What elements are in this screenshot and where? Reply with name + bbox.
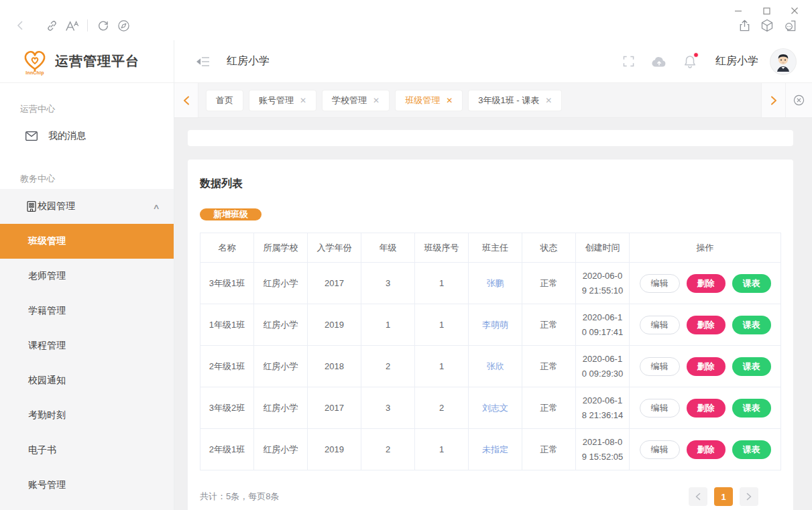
- cell-year: 2019: [308, 304, 361, 346]
- timetable-button[interactable]: 课表: [732, 316, 771, 334]
- page-button-1[interactable]: 1: [714, 487, 733, 506]
- timetable-button[interactable]: 课表: [732, 399, 771, 418]
- teacher-link[interactable]: 李萌萌: [482, 320, 508, 330]
- delete-button[interactable]: 删除: [687, 274, 726, 293]
- heart-logo-icon: InnChip: [20, 48, 50, 75]
- table-header-row: 名称所属学校入学年份年级班级序号班主任状态创建时间操作: [200, 233, 781, 263]
- back-icon[interactable]: [11, 15, 31, 36]
- prev-page-icon[interactable]: [689, 487, 707, 506]
- delete-button[interactable]: 删除: [687, 399, 726, 418]
- cell-school: 红房小学: [254, 429, 308, 470]
- contact-window-icon[interactable]: [780, 15, 800, 36]
- tab-学校管理[interactable]: 学校管理✕: [323, 90, 389, 111]
- collapse-sidebar-icon[interactable]: [193, 52, 213, 72]
- filter-card: [188, 130, 793, 146]
- row-actions: 编辑删除课表: [630, 316, 780, 334]
- sidebar-subitem-老师管理[interactable]: 老师管理: [0, 259, 174, 294]
- tabs-area: 首页账号管理✕学校管理✕班级管理✕3年级1班 - 课表✕: [198, 83, 761, 117]
- tab-close-icon[interactable]: ✕: [545, 96, 552, 105]
- cube-icon[interactable]: [757, 15, 777, 36]
- next-page-icon[interactable]: [740, 487, 758, 506]
- app-window: InnChip 运营管理平台 运营中心 我的消息 教务中心: [0, 0, 812, 510]
- user-name[interactable]: 红房小学: [715, 54, 758, 68]
- campus-submenu: 班级管理老师管理学籍管理课程管理校园通知考勤时刻电子书账号管理: [0, 224, 174, 503]
- column-header-班主任: 班主任: [469, 233, 522, 263]
- delete-button[interactable]: 删除: [687, 316, 726, 334]
- sidebar-item-campus-management[interactable]: 校园管理 ∧: [0, 189, 174, 224]
- fullscreen-icon[interactable]: [620, 54, 636, 70]
- sidebar-item-label: 我的消息: [48, 130, 86, 142]
- cell-school: 红房小学: [254, 387, 308, 429]
- tab-3年级1班 - 课表[interactable]: 3年级1班 - 课表✕: [469, 90, 561, 111]
- tab-close-icon[interactable]: ✕: [373, 96, 380, 105]
- cell-status: 正常: [522, 429, 576, 470]
- refresh-icon[interactable]: [93, 15, 113, 36]
- notification-dot: [693, 52, 699, 58]
- section-label-operations: 运营中心: [20, 103, 174, 115]
- delete-button[interactable]: 删除: [687, 357, 726, 376]
- cloud-upload-icon[interactable]: [651, 54, 667, 70]
- cell-grade: 2: [361, 346, 415, 387]
- sidebar-subitem-学籍管理[interactable]: 学籍管理: [0, 294, 174, 328]
- tab-label: 首页: [216, 94, 233, 107]
- table-row: 3年级1班红房小学201731张鹏正常2020-06-09 21:55:10编辑…: [200, 263, 781, 304]
- tab-班级管理[interactable]: 班级管理✕: [396, 90, 462, 111]
- tab-close-icon[interactable]: ✕: [300, 96, 306, 105]
- card-title: 数据列表: [200, 177, 781, 191]
- cell-name: 2年级1班: [200, 346, 254, 387]
- tabs-scroll-right-icon[interactable]: [761, 83, 785, 117]
- edit-button[interactable]: 编辑: [640, 440, 680, 459]
- column-header-班级序号: 班级序号: [415, 233, 469, 263]
- current-school-title: 红房小学: [227, 54, 270, 68]
- column-header-年级: 年级: [361, 233, 415, 263]
- sidebar-subitem-课程管理[interactable]: 课程管理: [0, 328, 174, 363]
- cell-grade: 3: [361, 263, 415, 304]
- cell-teacher: 刘志文: [469, 387, 522, 429]
- cell-school: 红房小学: [254, 346, 308, 387]
- cell-name: 3年级1班: [200, 263, 254, 304]
- sidebar-subitem-班级管理[interactable]: 班级管理: [0, 224, 174, 259]
- share-icon[interactable]: [734, 15, 754, 36]
- main-header: 红房小学 红房小学: [174, 40, 812, 83]
- sidebar-subitem-考勤时刻[interactable]: 考勤时刻: [0, 398, 174, 433]
- font-size-icon[interactable]: [62, 15, 82, 36]
- add-class-button[interactable]: 新增班级: [200, 208, 262, 220]
- cell-grade: 3: [361, 387, 415, 429]
- table-footer: 共计：5条，每页8条 1: [200, 487, 781, 510]
- cell-status: 正常: [522, 387, 576, 429]
- close-all-tabs-icon[interactable]: [785, 83, 812, 117]
- cell-class-no: 1: [415, 346, 469, 387]
- tab-strip: 首页账号管理✕学校管理✕班级管理✕3年级1班 - 课表✕: [174, 83, 812, 118]
- sidebar-subitem-电子书[interactable]: 电子书: [0, 433, 174, 468]
- sidebar-subitem-账号管理[interactable]: 账号管理: [0, 468, 174, 503]
- timetable-button[interactable]: 课表: [732, 274, 771, 293]
- teacher-link[interactable]: 张欣: [487, 361, 504, 371]
- edit-button[interactable]: 编辑: [640, 274, 680, 293]
- table-row: 1年级1班红房小学201911李萌萌正常2020-06-10 09:17:41编…: [200, 304, 781, 346]
- sidebar-item-my-messages[interactable]: 我的消息: [0, 119, 174, 153]
- link-icon[interactable]: [42, 15, 62, 36]
- table-row: 2年级1班红房小学201921未指定正常2021-08-09 15:52:05编…: [200, 429, 781, 470]
- compass-icon[interactable]: [113, 15, 133, 36]
- timetable-button[interactable]: 课表: [732, 357, 771, 376]
- tab-账号管理[interactable]: 账号管理✕: [249, 90, 316, 111]
- teacher-link[interactable]: 未指定: [482, 444, 508, 454]
- cell-name: 1年级1班: [200, 304, 254, 346]
- cell-class-no: 1: [415, 304, 469, 346]
- edit-button[interactable]: 编辑: [640, 357, 680, 376]
- cell-actions: 编辑删除课表: [630, 387, 781, 429]
- edit-button[interactable]: 编辑: [640, 316, 680, 334]
- sidebar-subitem-校园通知[interactable]: 校园通知: [0, 363, 174, 398]
- tabs-scroll-left-icon[interactable]: [174, 83, 198, 117]
- cell-name: 3年级2班: [200, 387, 254, 429]
- delete-button[interactable]: 删除: [687, 440, 726, 459]
- tab-label: 3年级1班 - 课表: [478, 94, 539, 107]
- tab-首页[interactable]: 首页: [207, 90, 243, 111]
- teacher-link[interactable]: 张鹏: [487, 278, 504, 288]
- user-avatar[interactable]: [770, 49, 796, 74]
- edit-button[interactable]: 编辑: [640, 399, 680, 418]
- timetable-button[interactable]: 课表: [732, 440, 771, 459]
- teacher-link[interactable]: 刘志文: [482, 403, 508, 413]
- notification-bell-icon[interactable]: [682, 54, 698, 70]
- tab-close-icon[interactable]: ✕: [446, 96, 453, 105]
